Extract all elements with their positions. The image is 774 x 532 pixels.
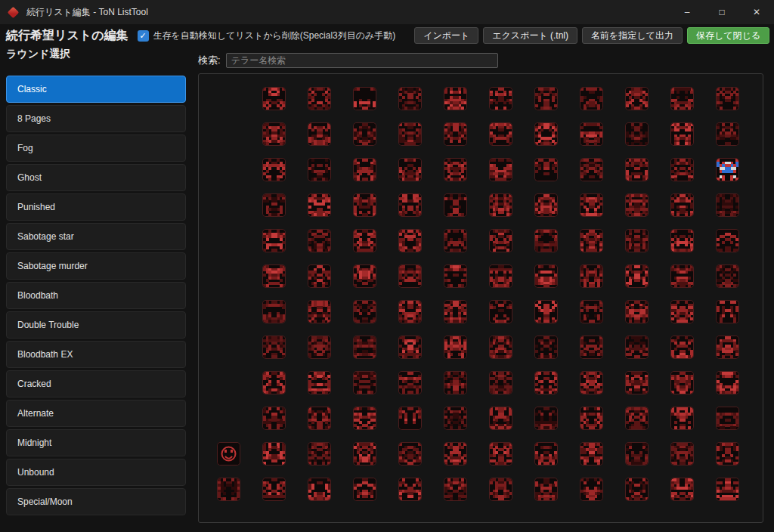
round-item-fog[interactable]: Fog [6, 135, 186, 162]
terror-icon[interactable] [398, 407, 422, 430]
terror-icon[interactable] [489, 193, 512, 217]
terror-icon[interactable] [398, 87, 422, 110]
terror-icon[interactable] [444, 478, 467, 501]
terror-icon[interactable] [444, 158, 467, 181]
terror-icon[interactable] [534, 442, 558, 466]
terror-icon[interactable] [444, 442, 467, 466]
round-item-8-pages[interactable]: 8 Pages [6, 105, 186, 132]
terror-icon[interactable] [262, 229, 286, 252]
terror-icon[interactable] [398, 193, 422, 217]
terror-icon[interactable] [308, 122, 331, 146]
terror-icon[interactable] [308, 371, 331, 394]
terror-icon[interactable] [670, 87, 694, 110]
save-close-button[interactable]: 保存して閉じる [687, 27, 769, 44]
terror-icon[interactable] [353, 442, 376, 466]
terror-icon[interactable] [444, 193, 467, 217]
terror-icon[interactable] [534, 264, 558, 288]
terror-icon[interactable] [670, 336, 694, 359]
terror-icon[interactable] [353, 193, 376, 217]
terror-icon[interactable] [534, 407, 558, 430]
terror-icon[interactable] [534, 300, 558, 323]
terror-icon[interactable] [353, 407, 376, 430]
terror-icon[interactable] [534, 158, 558, 181]
import-button[interactable]: インポート [414, 27, 478, 44]
round-item-punished[interactable]: Punished [6, 193, 186, 221]
terror-icon[interactable] [444, 87, 467, 110]
terror-icon[interactable] [625, 229, 649, 252]
terror-icon[interactable] [625, 407, 649, 430]
terror-icon[interactable] [716, 193, 739, 217]
terror-icon[interactable] [353, 336, 376, 359]
terror-icon[interactable] [580, 193, 603, 217]
terror-icon[interactable] [444, 371, 467, 394]
terror-icon[interactable] [444, 122, 467, 146]
terror-icon[interactable] [398, 264, 422, 288]
terror-icon[interactable] [398, 122, 422, 146]
terror-icon[interactable] [262, 87, 286, 110]
terror-icon[interactable] [716, 122, 739, 146]
terror-icon[interactable] [716, 229, 739, 252]
round-item-midnight[interactable]: Midnight [6, 429, 186, 456]
terror-icon[interactable] [262, 158, 286, 181]
terror-icon[interactable] [489, 371, 512, 394]
terror-icon[interactable] [670, 478, 694, 501]
terror-icon[interactable] [489, 300, 512, 323]
terror-icon[interactable] [625, 193, 649, 217]
terror-icon[interactable] [716, 336, 739, 359]
terror-icon[interactable] [262, 300, 286, 323]
auto-remove-checkbox[interactable]: ✓ [138, 30, 149, 42]
export-named-button[interactable]: 名前を指定して出力 [582, 27, 683, 44]
terror-icon[interactable] [670, 407, 694, 430]
terror-icon[interactable] [580, 478, 603, 501]
terror-icon[interactable] [489, 336, 512, 359]
terror-icon[interactable] [489, 87, 512, 110]
terror-icon[interactable] [444, 336, 467, 359]
terror-icon[interactable] [489, 229, 512, 252]
terror-icon[interactable] [353, 478, 376, 501]
terror-icon[interactable] [670, 442, 694, 466]
terror-icon[interactable] [308, 478, 331, 501]
terror-icon[interactable] [308, 264, 331, 288]
terror-icon[interactable] [262, 336, 286, 359]
terror-icon[interactable] [580, 371, 603, 394]
terror-icon[interactable] [308, 158, 331, 181]
terror-icon[interactable] [398, 442, 422, 466]
terror-icon[interactable] [670, 229, 694, 252]
terror-icon[interactable] [262, 407, 286, 430]
terror-icon[interactable] [625, 336, 649, 359]
terror-icon[interactable] [308, 407, 331, 430]
terror-icon[interactable] [489, 122, 512, 146]
terror-icon[interactable] [580, 300, 603, 323]
round-item-unbound[interactable]: Unbound [6, 459, 186, 486]
terror-icon[interactable] [262, 193, 286, 217]
terror-icon[interactable] [398, 478, 422, 501]
terror-icon[interactable] [353, 300, 376, 323]
terror-icon[interactable] [308, 229, 331, 252]
terror-icon[interactable] [353, 87, 376, 110]
terror-icon[interactable] [398, 229, 422, 252]
terror-icon[interactable] [353, 371, 376, 394]
terror-icon[interactable] [398, 336, 422, 359]
round-item-bloodbath-ex[interactable]: Bloodbath EX [6, 341, 186, 368]
terror-icon[interactable] [398, 158, 422, 181]
terror-icon[interactable] [670, 371, 694, 394]
export-button[interactable]: エクスポート (.tnl) [483, 27, 577, 44]
terror-icon[interactable] [534, 336, 558, 359]
terror-icon[interactable] [534, 87, 558, 110]
terror-icon[interactable] [217, 478, 240, 501]
terror-icon[interactable] [398, 300, 422, 323]
terror-icon[interactable] [262, 264, 286, 288]
terror-icon[interactable] [716, 158, 739, 181]
terror-icon[interactable] [625, 300, 649, 323]
terror-icon[interactable] [580, 442, 603, 466]
round-item-sabotage-star[interactable]: Sabotage star [6, 223, 186, 250]
terror-icon[interactable] [398, 371, 422, 394]
terror-icon[interactable] [444, 264, 467, 288]
terror-icon[interactable] [308, 442, 331, 466]
terror-icon[interactable] [716, 264, 739, 288]
terror-icon[interactable] [489, 264, 512, 288]
terror-icon[interactable] [716, 478, 739, 501]
round-item-sabotage-murder[interactable]: Sabotage murder [6, 252, 186, 280]
terror-icon[interactable] [580, 336, 603, 359]
terror-icon[interactable] [353, 158, 376, 181]
